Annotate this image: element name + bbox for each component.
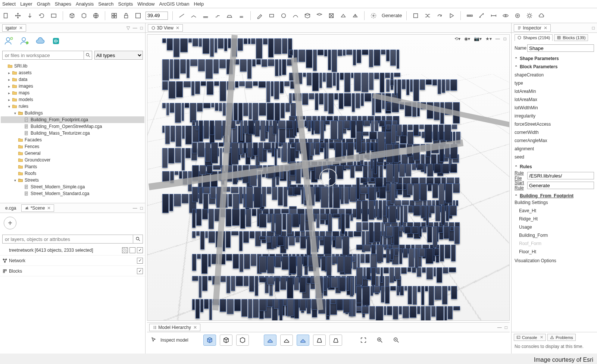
vp-view-icon[interactable]: ◉▾ [464, 36, 470, 41]
measure-icon[interactable] [477, 11, 486, 20]
scene-tab-left[interactable]: e.cga [2, 205, 19, 211]
redo-icon[interactable] [435, 11, 444, 20]
maximize-icon[interactable]: □ [140, 25, 143, 31]
menu-arcgis-urban[interactable]: ArcGIS Urban [159, 1, 190, 7]
rule-file-label[interactable]: Rule File [515, 170, 527, 181]
building-setting[interactable]: Eave_Ht [515, 207, 594, 215]
blocks-tab[interactable]: Blocks (139) [554, 34, 588, 41]
tree-item[interactable]: ▸models [1, 96, 144, 103]
console-tab[interactable]: Console✕ [514, 334, 546, 341]
model-hierarchy-tab[interactable]: Model Hierarchy✕ [149, 324, 200, 331]
vp-camera-icon[interactable]: 📷▾ [474, 36, 482, 41]
tree-item[interactable]: ▾rules [1, 103, 144, 110]
block-param[interactable]: cornerWidth [515, 128, 594, 136]
cloud-icon[interactable] [537, 11, 546, 20]
dropdown-icon[interactable]: ▽ [126, 25, 130, 31]
tree-item[interactable]: General [1, 150, 144, 157]
ruler-icon[interactable] [465, 11, 474, 20]
down-icon[interactable] [25, 11, 34, 20]
mh-shape-3[interactable] [297, 335, 309, 346]
user-add-icon[interactable] [4, 36, 14, 46]
pen-icon[interactable] [255, 11, 264, 20]
layer-row[interactable]: Network✓ [0, 255, 145, 266]
shape5-icon[interactable] [225, 11, 234, 20]
3d-viewport[interactable]: ⟲▾ ◉▾ 📷▾ ★▾ — □ [147, 34, 510, 321]
maximize-icon[interactable]: □ [140, 205, 143, 211]
block-param[interactable]: alignment [515, 145, 594, 153]
viewport-tab[interactable]: 3D View✕ [148, 24, 183, 32]
mh-mode-2[interactable] [220, 335, 232, 346]
mesh3-icon[interactable] [327, 11, 336, 20]
tree-item[interactable]: ▾Streets [1, 177, 144, 183]
close-icon[interactable]: ✕ [47, 205, 51, 211]
bff-header[interactable]: ⌃Building_From_Footprint [515, 193, 594, 198]
minimize-icon[interactable]: — [496, 36, 500, 41]
menu-search[interactable]: Search [98, 1, 113, 7]
name-input[interactable] [527, 44, 594, 52]
block-param[interactable]: cornerAngleMax [515, 136, 594, 145]
block-param[interactable]: type [515, 79, 594, 87]
nav-compass-icon[interactable] [319, 169, 337, 186]
search-icon[interactable] [133, 235, 143, 244]
shape2-icon[interactable] [189, 11, 198, 20]
menu-analysis[interactable]: Analysis [76, 1, 94, 7]
rect-icon[interactable] [267, 11, 276, 20]
tree-item[interactable]: Street_Modern_Standard.cga [1, 190, 144, 197]
vp-link-icon[interactable]: ⟲▾ [454, 36, 460, 41]
block-param[interactable]: lotAreaMin [515, 87, 594, 95]
building-setting[interactable]: Building_Form [515, 231, 594, 239]
tree-item[interactable]: Fences [1, 143, 144, 150]
type-filter-select[interactable]: All types [94, 51, 143, 60]
layer-checkbox[interactable] [122, 247, 128, 253]
tree-item[interactable]: Facades [1, 136, 144, 143]
mh-mode-1[interactable] [203, 335, 216, 346]
menu-select[interactable]: Select [2, 1, 16, 7]
path-icon[interactable] [291, 11, 300, 20]
shape3-icon[interactable] [201, 11, 210, 20]
vp-bookmark-icon[interactable]: ★▾ [485, 36, 492, 41]
cube-icon[interactable] [68, 11, 76, 20]
mh-shape-1[interactable] [264, 335, 276, 346]
rotate-icon[interactable] [37, 11, 46, 20]
search-icon[interactable] [84, 51, 92, 60]
export1-icon[interactable] [411, 11, 420, 20]
close-icon[interactable]: ✕ [193, 325, 197, 330]
tree-item[interactable]: ▾Buildings [1, 110, 144, 116]
zoom-in-icon[interactable] [373, 335, 386, 346]
mesh5-icon[interactable] [351, 11, 360, 20]
mh-shape-4[interactable] [313, 335, 326, 346]
close-icon[interactable]: ✕ [544, 25, 547, 31]
minimize-icon[interactable]: — [133, 205, 137, 211]
tree-item[interactable]: Building_From_Footprint.cga [1, 116, 144, 123]
close-icon[interactable]: ✕ [176, 25, 179, 31]
play-icon[interactable] [447, 11, 456, 20]
block-param[interactable]: lotAreaMax [515, 95, 594, 104]
building-setting[interactable]: Floor_Ht [515, 248, 594, 256]
frame-icon[interactable] [49, 11, 58, 20]
lock-icon[interactable] [122, 11, 131, 20]
tree-item[interactable]: ▸images [1, 83, 144, 90]
grid-icon[interactable] [110, 11, 119, 20]
block-params-header[interactable]: ⌃Block Parameters [515, 64, 594, 69]
generate-icon[interactable] [369, 11, 378, 20]
generate-label[interactable]: Generate [382, 13, 402, 18]
minimize-icon[interactable]: — [133, 25, 137, 31]
inspector-tab[interactable]: Inspector✕ [514, 24, 551, 32]
menu-help[interactable]: Help [194, 1, 204, 7]
rule-file-input[interactable] [527, 172, 594, 179]
circle-icon[interactable] [279, 11, 288, 20]
numeric-input[interactable] [146, 12, 168, 20]
block-param[interactable]: seed [515, 153, 594, 161]
add-button[interactable]: + [4, 217, 16, 229]
move-icon[interactable] [13, 11, 22, 20]
block-param[interactable]: lotWidthMin [515, 104, 594, 112]
scene-tab[interactable]: *Scene✕ [21, 204, 54, 212]
menu-graph[interactable]: Graph [37, 1, 50, 7]
maximize-icon[interactable]: □ [504, 36, 506, 41]
minimize-icon[interactable]: — [497, 325, 502, 330]
shuffle-icon[interactable] [423, 11, 432, 20]
tree-item[interactable]: Building_From_OpenStreetMap.cga [1, 123, 144, 130]
cube2-icon[interactable] [79, 11, 88, 20]
maximize-icon[interactable]: □ [592, 25, 595, 31]
pointer-icon[interactable] [151, 337, 157, 344]
